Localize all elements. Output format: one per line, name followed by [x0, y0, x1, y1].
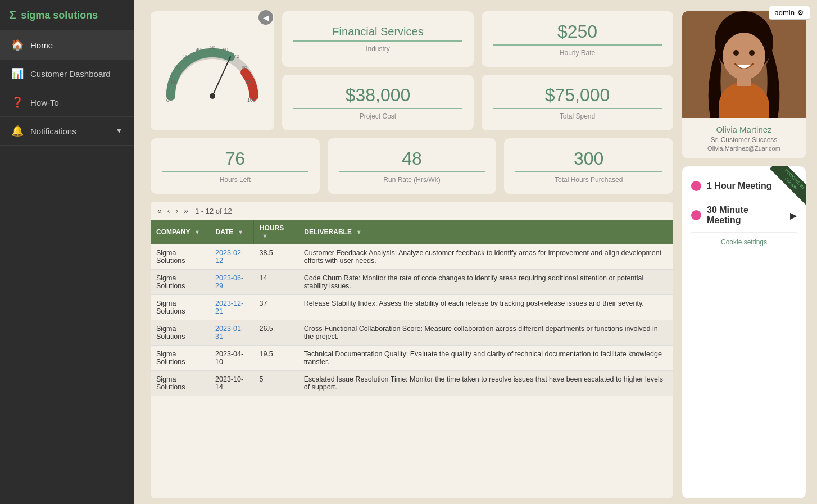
col-hours[interactable]: HOURS ▼ — [253, 220, 298, 244]
sigma-icon: Σ — [9, 8, 16, 22]
chart-icon: 📊 — [11, 67, 24, 80]
sidebar-item-notifications[interactable]: 🔔 Notifications ▼ — [0, 117, 134, 146]
cell-hours: 26.5 — [253, 320, 298, 346]
run-rate-label: Run Rate (Hrs/Wk) — [383, 176, 440, 184]
table-row: Sigma Solutions 2023-12-21 37 Release St… — [151, 295, 673, 320]
next-page-button[interactable]: › — [174, 206, 179, 215]
profile-name: Olivia Martinez — [707, 125, 780, 134]
hourly-rate-card: $250 Hourly Rate — [482, 11, 673, 67]
calendly-badge-text: POWERED BYCalendly — [770, 166, 806, 205]
svg-text:80: 80 — [242, 65, 247, 70]
sidebar-item-label: How-To — [30, 98, 59, 107]
sidebar-item-customer-dashboard[interactable]: 📊 Customer Dashboard — [0, 60, 134, 88]
topbar: admin ⚙ — [769, 6, 810, 20]
cell-deliverable: Technical Documentation Quality: Evaluat… — [298, 346, 673, 371]
industry-label: Industry — [366, 45, 390, 53]
profile-title: Sr. Customer Success — [707, 136, 780, 144]
run-rate-card: 48 Run Rate (Hrs/Wk) — [328, 138, 497, 194]
cell-date: 2023-01-31 — [210, 320, 253, 346]
col-deliverable[interactable]: DELIVERABLE ▼ — [298, 220, 673, 244]
bell-icon: 🔔 — [11, 125, 24, 137]
svg-point-12 — [210, 93, 215, 99]
total-spend-value: $75,000 — [493, 85, 662, 109]
filter-icon: ▼ — [356, 229, 362, 235]
meeting-dot-1 — [691, 181, 701, 191]
sidebar-toggle-button[interactable]: ◀ — [258, 10, 273, 25]
total-hours-value: 300 — [515, 148, 662, 172]
date-value: 2023-02-12 — [215, 249, 243, 265]
cell-company: Sigma Solutions — [151, 244, 210, 270]
cell-hours: 19.5 — [253, 346, 298, 371]
last-page-button[interactable]: » — [183, 206, 189, 215]
profile-info: Olivia Martinez Sr. Customer Success Oli… — [702, 118, 786, 158]
table-row: Sigma Solutions 2023-04-10 19.5 Technica… — [151, 346, 673, 371]
cell-date: 2023-02-12 — [210, 244, 253, 270]
col-date[interactable]: DATE ▼ — [210, 220, 253, 244]
profile-image — [682, 11, 806, 118]
sidebar-item-home[interactable]: 🏠 Home — [0, 31, 134, 60]
cell-company: Sigma Solutions — [151, 270, 210, 295]
table-row: Sigma Solutions 2023-02-12 38.5 Customer… — [151, 244, 673, 270]
admin-button[interactable]: admin ⚙ — [769, 6, 810, 20]
project-cost-card: $38,000 Project Cost — [282, 75, 474, 130]
cell-hours: 14 — [253, 270, 298, 295]
cell-company: Sigma Solutions — [151, 295, 210, 320]
right-column: Olivia Martinez Sr. Customer Success Oli… — [682, 11, 806, 498]
first-page-button[interactable]: « — [156, 206, 163, 215]
metric-cards-top: Financial Services Industry $250 Hourly … — [282, 11, 673, 130]
filter-icon: ▼ — [238, 229, 244, 235]
hours-left-label: Hours Left — [220, 176, 251, 184]
metric-row-2: $38,000 Project Cost $75,000 Total Spend — [282, 75, 673, 130]
total-hours-label: Total Hours Purchased — [555, 176, 623, 184]
date-value: 2023-01-31 — [215, 325, 243, 340]
cell-deliverable: Customer Feedback Analysis: Analyze cust… — [298, 244, 673, 270]
sidebar: Σ sigma solutions 🏠 Home 📊 Customer Dash… — [0, 0, 134, 504]
sidebar-item-label: Home — [30, 40, 53, 50]
chevron-down-icon: ▼ — [116, 127, 122, 135]
meeting-label-2: 30 Minute Meeting — [707, 205, 784, 225]
table-scroll-area[interactable]: COMPANY ▼ DATE ▼ HOURS ▼ DELIVERABLE ▼ S… — [151, 220, 673, 498]
profile-card: Olivia Martinez Sr. Customer Success Oli… — [682, 11, 806, 158]
app-logo[interactable]: Σ sigma solutions — [0, 0, 134, 31]
cell-date: 2023-04-10 — [210, 346, 253, 371]
cell-hours: 38.5 — [253, 244, 298, 270]
filter-icon: ▼ — [262, 233, 268, 239]
data-table-section: « ‹ › » 1 - 12 of 12 COMPANY ▼ DATE ▼ HO… — [151, 202, 673, 498]
cookie-settings-link[interactable]: Cookie settings — [691, 233, 797, 252]
pagination-info: 1 - 12 of 12 — [195, 207, 232, 215]
svg-text:30: 30 — [183, 53, 189, 59]
prev-page-button[interactable]: ‹ — [166, 206, 171, 215]
sidebar-nav: 🏠 Home 📊 Customer Dashboard ❓ How-To 🔔 N… — [0, 31, 134, 504]
cell-deliverable: Release Stability Index: Assess the stab… — [298, 295, 673, 320]
total-spend-label: Total Spend — [560, 112, 595, 120]
filter-icon: ▼ — [194, 229, 201, 235]
cell-date: 2023-10-14 — [210, 371, 253, 396]
svg-text:0: 0 — [166, 97, 169, 103]
sidebar-item-how-to[interactable]: ❓ How-To — [0, 88, 134, 117]
deliverables-table: COMPANY ▼ DATE ▼ HOURS ▼ DELIVERABLE ▼ S… — [151, 220, 673, 396]
col-company[interactable]: COMPANY ▼ — [151, 220, 210, 244]
stats-top-row: 0 10 20 30 40 50 60 70 80 90 100 — [151, 11, 673, 130]
total-hours-card: 300 Total Hours Purchased — [504, 138, 673, 194]
cell-deliverable: Cross-Functional Collaboration Score: Me… — [298, 320, 673, 346]
profile-email: Olivia.Martinez@Zuar.com — [707, 145, 780, 152]
svg-text:70: 70 — [234, 53, 239, 59]
table-pagination-controls: « ‹ › » 1 - 12 of 12 — [151, 202, 673, 220]
svg-text:90: 90 — [245, 79, 251, 85]
content-area: 0 10 20 30 40 50 60 70 80 90 100 — [134, 0, 817, 504]
hourly-rate-label: Hourly Rate — [560, 49, 595, 57]
date-value: 2023-04-10 — [215, 350, 243, 366]
admin-label: admin — [775, 8, 795, 17]
cell-company: Sigma Solutions — [151, 346, 210, 371]
sidebar-item-label: Customer Dashboard — [30, 69, 111, 79]
meeting-dot-2 — [691, 210, 701, 220]
svg-point-15 — [723, 33, 765, 80]
cell-company: Sigma Solutions — [151, 320, 210, 346]
svg-text:10: 10 — [170, 79, 176, 85]
gear-icon: ⚙ — [797, 8, 804, 17]
hours-left-value: 76 — [162, 148, 308, 172]
svg-line-11 — [212, 57, 230, 96]
svg-rect-18 — [737, 78, 751, 86]
svg-text:20: 20 — [174, 65, 180, 70]
cell-date: 2023-06-29 — [210, 270, 253, 295]
